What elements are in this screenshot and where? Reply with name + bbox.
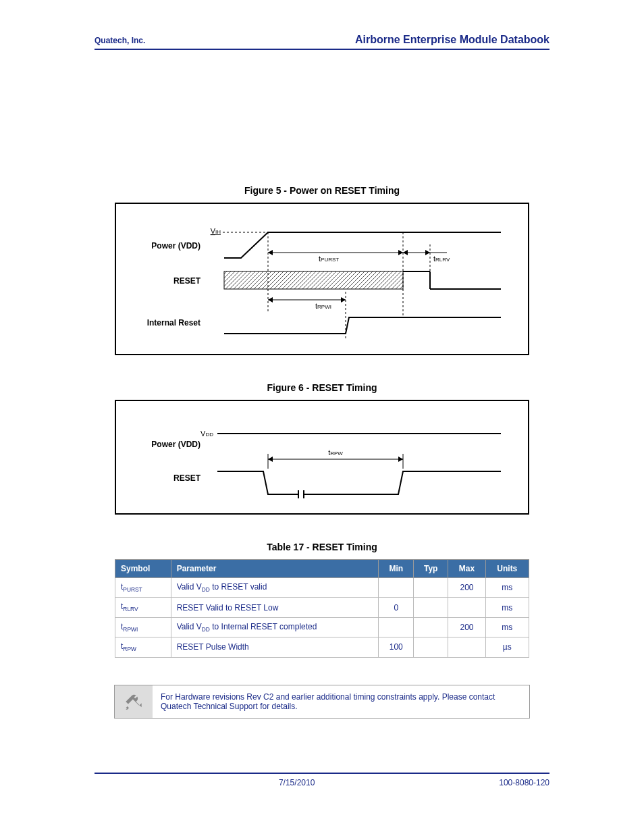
figure5-diagram: VIH Power (VDD) tPURST tRLRV RESET: [115, 203, 529, 355]
svg-marker-6: [268, 250, 273, 255]
page-header: Quatech, Inc. Airborne Enterprise Module…: [95, 34, 549, 50]
table-header: Units: [485, 560, 529, 578]
svg-marker-11: [425, 250, 430, 255]
table-header: Parameter: [171, 560, 379, 578]
table-header: Symbol: [115, 560, 171, 578]
svg-text:Internal Reset: Internal Reset: [147, 318, 200, 328]
figure6-diagram: VDD Power (VDD) tRPW RESET: [115, 400, 529, 515]
svg-text:RESET: RESET: [173, 276, 201, 286]
reset-timing-table: SymbolParameterMinTypMaxUnits tPURSTVali…: [115, 559, 529, 658]
svg-marker-7: [398, 250, 403, 255]
table-row: tRLRVRESET Valid to RESET Low0ms: [115, 598, 529, 617]
svg-marker-10: [403, 250, 408, 255]
svg-marker-32: [398, 457, 403, 462]
doc-title: Airborne Enterprise Module Databook: [355, 34, 549, 46]
table-header: Min: [379, 560, 414, 578]
svg-text:tRPWI: tRPWI: [315, 302, 331, 310]
table-row: tRPWIValid VDD to Internal RESET complet…: [115, 617, 529, 637]
svg-text:RESET: RESET: [173, 473, 201, 483]
table-row: tRPWRESET Pulse Width100µs: [115, 637, 529, 657]
note-box: For Hardware revisions Rev C2 and earlie…: [114, 685, 530, 719]
svg-rect-16: [224, 271, 403, 289]
page-footer: 7/15/2010 100-8080-120: [95, 773, 549, 787]
company-name: Quatech, Inc.: [95, 36, 145, 45]
table-row: tPURSTValid VDD to RESET valid200ms: [115, 578, 529, 598]
svg-text:tRPW: tRPW: [328, 448, 343, 457]
svg-marker-31: [268, 457, 273, 462]
footer-docnum: 100-8080-120: [499, 778, 549, 787]
svg-text:Power (VDD): Power (VDD): [151, 241, 200, 251]
table-header: Max: [448, 560, 485, 578]
svg-text:Power (VDD): Power (VDD): [151, 440, 200, 449]
table-header: Typ: [414, 560, 448, 578]
svg-text:tPURST: tPURST: [319, 255, 339, 263]
footer-date: 7/15/2010: [95, 778, 499, 787]
svg-marker-21: [268, 297, 273, 303]
figure6-caption: Figure 6 - RESET Timing: [95, 382, 549, 393]
tools-icon: [115, 685, 153, 718]
table17-caption: Table 17 - RESET Timing: [95, 542, 549, 552]
svg-marker-22: [341, 297, 346, 303]
svg-text:tRLRV: tRLRV: [433, 255, 450, 263]
figure5-caption: Figure 5 - Power on RESET Timing: [95, 185, 549, 196]
svg-text:VIH: VIH: [211, 227, 221, 235]
svg-text:VDD: VDD: [200, 429, 213, 438]
note-text: For Hardware revisions Rev C2 and earlie…: [153, 685, 529, 718]
